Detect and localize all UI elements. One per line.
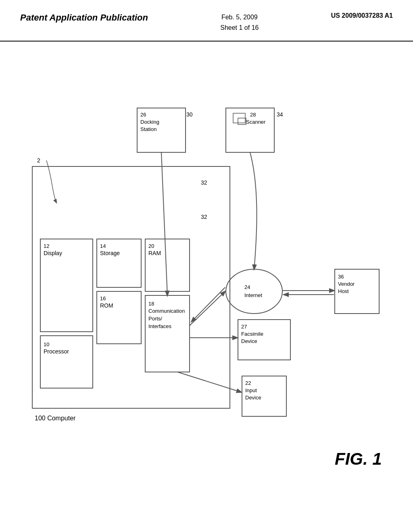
svg-text:Display: Display	[44, 250, 62, 256]
svg-line-50	[192, 287, 225, 322]
svg-text:Processor: Processor	[44, 348, 69, 355]
svg-text:Input: Input	[245, 387, 257, 393]
svg-text:34: 34	[277, 111, 283, 118]
svg-text:2: 2	[37, 157, 40, 164]
svg-text:Device: Device	[241, 338, 257, 344]
svg-line-27	[161, 152, 167, 295]
svg-text:100  Computer: 100 Computer	[35, 415, 76, 422]
publication-date: Feb. 5, 2009	[221, 14, 258, 21]
svg-line-49	[190, 291, 225, 326]
page-header: Patent Application Publication Feb. 5, 2…	[0, 0, 413, 42]
page: Patent Application Publication Feb. 5, 2…	[0, 0, 413, 532]
svg-text:16: 16	[100, 295, 106, 301]
svg-text:ROM: ROM	[100, 302, 113, 309]
svg-text:20: 20	[148, 243, 154, 249]
svg-text:Device: Device	[245, 395, 261, 401]
svg-text:27: 27	[241, 324, 247, 330]
svg-text:32: 32	[201, 179, 207, 186]
svg-text:RAM: RAM	[148, 250, 161, 256]
svg-text:24: 24	[244, 284, 250, 290]
svg-text:36: 36	[338, 274, 344, 280]
svg-text:Scanner: Scanner	[246, 119, 266, 125]
svg-text:32: 32	[201, 214, 207, 220]
svg-text:30: 30	[186, 111, 193, 118]
svg-rect-17	[145, 295, 190, 372]
publication-title: Patent Application Publication	[20, 12, 148, 24]
svg-text:18: 18	[148, 301, 154, 307]
svg-text:Docking: Docking	[140, 119, 159, 125]
svg-text:Ports/: Ports/	[148, 316, 162, 322]
diagram-area: 100 Computer 10 Processor 12 Display 16 …	[0, 42, 413, 525]
figure-1-diagram: 100 Computer 10 Processor 12 Display 16 …	[0, 42, 413, 525]
header-center: Feb. 5, 2009 Sheet 1 of 16	[220, 12, 259, 33]
svg-text:FIG. 1: FIG. 1	[335, 449, 382, 468]
svg-text:Facsimile: Facsimile	[241, 331, 263, 337]
sheet-info: Sheet 1 of 16	[220, 24, 259, 31]
svg-text:Storage: Storage	[100, 250, 120, 256]
svg-text:22: 22	[245, 380, 251, 386]
svg-text:Vendor: Vendor	[338, 281, 355, 287]
svg-text:Communication: Communication	[148, 308, 185, 314]
svg-text:12: 12	[44, 243, 49, 249]
svg-text:Internet: Internet	[244, 292, 262, 298]
svg-text:10: 10	[44, 341, 49, 347]
svg-point-34	[226, 269, 282, 314]
svg-text:26: 26	[140, 112, 146, 118]
svg-line-54	[177, 372, 241, 392]
svg-text:Host: Host	[338, 288, 349, 294]
svg-rect-32	[238, 118, 246, 125]
patent-number: US 2009/0037283 A1	[331, 12, 393, 19]
svg-text:Station: Station	[140, 126, 156, 132]
svg-text:28: 28	[250, 112, 256, 118]
svg-text:14: 14	[100, 243, 106, 249]
svg-text:Interfaces: Interfaces	[148, 323, 172, 329]
